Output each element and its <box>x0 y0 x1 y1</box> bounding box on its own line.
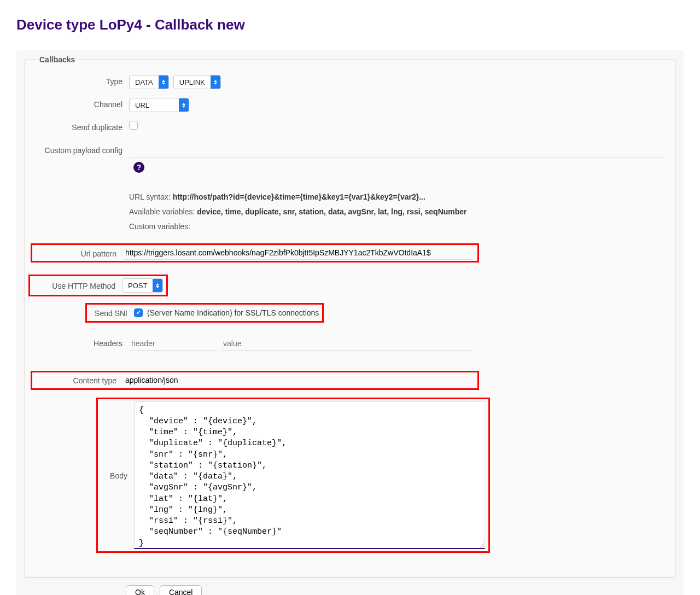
header-key-input[interactable] <box>129 337 217 351</box>
ok-button[interactable]: Ok <box>126 585 154 596</box>
type-label: Type <box>36 75 129 87</box>
custom-payload-input[interactable] <box>129 144 664 158</box>
http-method-select[interactable]: POST <box>122 278 163 293</box>
chevron-updown-icon <box>211 75 220 89</box>
type-select-2[interactable]: UPLINK <box>173 75 221 89</box>
http-method-label: Use HTTP Method <box>34 279 122 291</box>
content-type-input[interactable] <box>123 374 473 387</box>
body-label: Body <box>101 469 134 481</box>
custom-vars-help: Custom variables: <box>129 221 664 232</box>
custom-payload-label: Custom payload config <box>36 144 129 156</box>
type-select-1-value: DATA <box>130 78 159 86</box>
send-duplicate-checkbox[interactable] <box>129 121 138 130</box>
url-syntax-help: URL syntax: http://host/path?id={device}… <box>129 191 664 203</box>
sni-description: (Server Name Indication) for SSL/TLS con… <box>147 308 319 317</box>
http-method-value: POST <box>122 282 153 290</box>
chevron-updown-icon <box>153 279 162 292</box>
channel-select[interactable]: URL <box>129 98 189 112</box>
callbacks-panel: Callbacks Type DATA UPLINK Channel URL <box>16 50 684 595</box>
header-value-input[interactable] <box>221 337 472 351</box>
send-sni-checkbox[interactable] <box>134 308 143 317</box>
cancel-button[interactable]: Cancel <box>160 585 202 596</box>
headers-label: Headers <box>36 337 129 349</box>
callbacks-legend: Callbacks <box>36 55 78 64</box>
type-select-2-value: UPLINK <box>174 78 211 86</box>
url-pattern-input[interactable] <box>123 246 473 260</box>
available-vars-help: Available variables: device, time, dupli… <box>129 206 664 218</box>
channel-select-value: URL <box>130 101 179 109</box>
body-textarea[interactable] <box>134 401 485 549</box>
type-select-1[interactable]: DATA <box>129 75 169 89</box>
help-icon[interactable]: ? <box>133 162 144 173</box>
send-sni-label: Send SNI <box>90 307 134 319</box>
send-duplicate-label: Send duplicate <box>36 121 129 133</box>
url-pattern-label: Url pattern <box>36 247 123 259</box>
channel-label: Channel <box>36 98 129 110</box>
content-type-label: Content type <box>36 374 123 386</box>
page-title: Device type LoPy4 - Callback new <box>16 16 684 33</box>
chevron-updown-icon <box>159 75 168 89</box>
callbacks-fieldset: Callbacks Type DATA UPLINK Channel URL <box>25 55 675 578</box>
chevron-updown-icon <box>179 98 189 112</box>
